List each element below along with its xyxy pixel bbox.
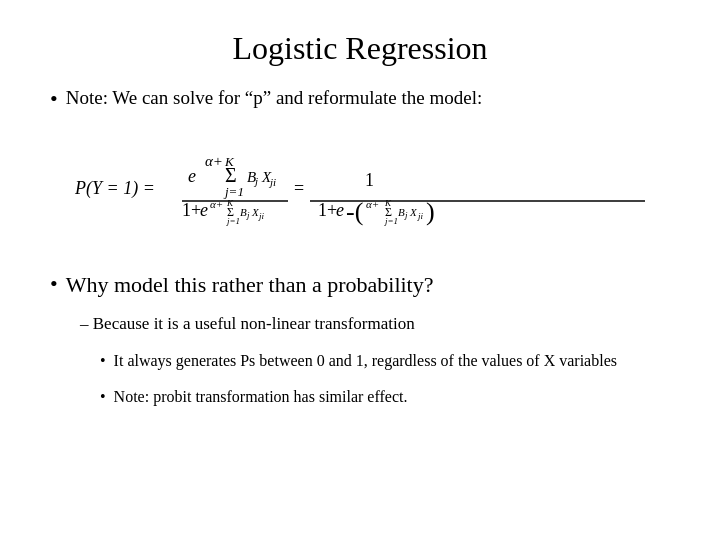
sub-sub-bullet-2-text: Note: probit transformation has similar … — [114, 386, 408, 408]
sub-bullet-1: – Because it is a useful non-linear tran… — [80, 313, 670, 336]
bullet-1-text: Note: We can solve for “p” and reformula… — [66, 85, 483, 111]
svg-text:j=1: j=1 — [223, 184, 244, 199]
formula-area: P(Y = 1) = α+ K Σ j=1 B j X ji e 1+ e — [50, 136, 670, 246]
svg-text:B: B — [398, 206, 405, 218]
content-area: • Note: We can solve for “p” and reformu… — [50, 85, 670, 510]
svg-text:j: j — [404, 210, 408, 220]
svg-text:e: e — [336, 200, 344, 220]
bullet-2: • Why model this rather than a probabili… — [50, 270, 670, 300]
svg-text:α+: α+ — [205, 153, 223, 169]
sub-sub-dot-2: • — [100, 386, 106, 408]
svg-text:1: 1 — [365, 170, 374, 190]
svg-text:ji: ji — [417, 211, 424, 221]
sub-sub-bullet-2: • Note: probit transformation has simila… — [100, 386, 670, 408]
svg-text:B: B — [240, 206, 247, 218]
svg-text:e: e — [200, 200, 208, 220]
sub-sub-bullet-1: • It always generates Ps between 0 and 1… — [100, 350, 670, 372]
svg-text:ji: ji — [258, 211, 265, 221]
sub-bullet-1-text: – Because it is a useful non-linear tran… — [80, 314, 415, 333]
sub-sub-bullet-1-text: It always generates Ps between 0 and 1, … — [114, 350, 617, 372]
slide: Logistic Regression • Note: We can solve… — [0, 0, 720, 540]
svg-text:Σ: Σ — [225, 164, 237, 186]
svg-text:X: X — [409, 206, 418, 218]
svg-text:1+: 1+ — [318, 200, 337, 220]
sub-sub-dot-1: • — [100, 350, 106, 372]
svg-text:P(Y = 1) =: P(Y = 1) = — [74, 178, 155, 199]
svg-text:α+: α+ — [366, 198, 379, 210]
svg-text:j=1: j=1 — [384, 216, 398, 226]
bullet-dot-1: • — [50, 85, 58, 114]
bullet-dot-2: • — [50, 270, 58, 299]
slide-title: Logistic Regression — [50, 30, 670, 67]
svg-text:=: = — [294, 178, 304, 198]
svg-text:): ) — [426, 197, 435, 226]
svg-text:e: e — [188, 166, 196, 186]
svg-text:ji: ji — [268, 176, 276, 188]
formula-svg: P(Y = 1) = α+ K Σ j=1 B j X ji e 1+ e — [70, 136, 650, 246]
svg-text:j=1: j=1 — [226, 216, 240, 226]
svg-text:-(: -( — [346, 197, 363, 226]
bullet-1: • Note: We can solve for “p” and reformu… — [50, 85, 670, 114]
bullet-2-text: Why model this rather than a probability… — [66, 270, 434, 300]
svg-text:1+: 1+ — [182, 200, 201, 220]
svg-text:α+: α+ — [210, 198, 223, 210]
svg-text:j: j — [246, 210, 250, 220]
